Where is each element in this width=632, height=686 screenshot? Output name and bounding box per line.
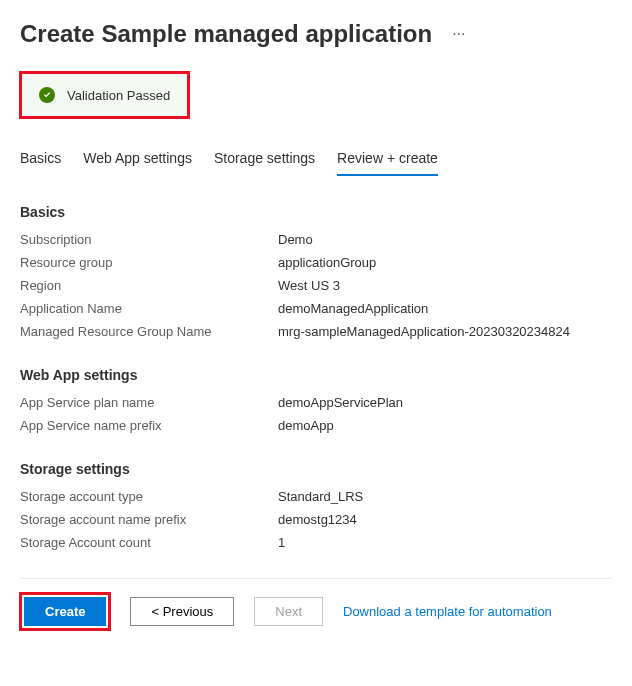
check-circle-icon [39, 87, 55, 103]
value: Demo [278, 232, 313, 247]
tabs: Basics Web App settings Storage settings… [20, 146, 612, 176]
row-storage-account-type: Storage account type Standard_LRS [20, 489, 612, 504]
tab-storage-settings[interactable]: Storage settings [214, 146, 315, 176]
section-title-webapp: Web App settings [20, 367, 612, 383]
page-title: Create Sample managed application [20, 20, 432, 48]
label: Region [20, 278, 278, 293]
label: Storage Account count [20, 535, 278, 550]
create-button-highlight: Create [20, 593, 110, 630]
label: Storage account type [20, 489, 278, 504]
create-button[interactable]: Create [24, 597, 106, 626]
row-managed-resource-group-name: Managed Resource Group Name mrg-sampleMa… [20, 324, 612, 339]
row-subscription: Subscription Demo [20, 232, 612, 247]
label: Storage account name prefix [20, 512, 278, 527]
value: demoApp [278, 418, 334, 433]
section-title-storage: Storage settings [20, 461, 612, 477]
label: Application Name [20, 301, 278, 316]
section-basics: Basics Subscription Demo Resource group … [20, 204, 612, 339]
value: mrg-sampleManagedApplication-20230320234… [278, 324, 570, 339]
validation-banner: Validation Passed [20, 72, 189, 118]
tab-review-create[interactable]: Review + create [337, 146, 438, 176]
row-region: Region West US 3 [20, 278, 612, 293]
value: 1 [278, 535, 285, 550]
footer: Create < Previous Next Download a templa… [20, 578, 612, 630]
value: demostg1234 [278, 512, 357, 527]
label: App Service name prefix [20, 418, 278, 433]
row-storage-account-count: Storage Account count 1 [20, 535, 612, 550]
section-webapp-settings: Web App settings App Service plan name d… [20, 367, 612, 433]
tab-basics[interactable]: Basics [20, 146, 61, 176]
previous-button[interactable]: < Previous [130, 597, 234, 626]
value: demoAppServicePlan [278, 395, 403, 410]
label: App Service plan name [20, 395, 278, 410]
label: Resource group [20, 255, 278, 270]
row-app-service-plan-name: App Service plan name demoAppServicePlan [20, 395, 612, 410]
validation-message: Validation Passed [67, 88, 170, 103]
label: Subscription [20, 232, 278, 247]
tab-webapp-settings[interactable]: Web App settings [83, 146, 192, 176]
value: Standard_LRS [278, 489, 363, 504]
row-app-service-name-prefix: App Service name prefix demoApp [20, 418, 612, 433]
value: demoManagedApplication [278, 301, 428, 316]
row-resource-group: Resource group applicationGroup [20, 255, 612, 270]
value: applicationGroup [278, 255, 376, 270]
value: West US 3 [278, 278, 340, 293]
section-storage-settings: Storage settings Storage account type St… [20, 461, 612, 550]
row-application-name: Application Name demoManagedApplication [20, 301, 612, 316]
download-template-link[interactable]: Download a template for automation [343, 604, 552, 619]
section-title-basics: Basics [20, 204, 612, 220]
more-icon[interactable]: ··· [448, 21, 469, 47]
row-storage-account-name-prefix: Storage account name prefix demostg1234 [20, 512, 612, 527]
page-header: Create Sample managed application ··· [20, 20, 612, 48]
next-button: Next [254, 597, 323, 626]
label: Managed Resource Group Name [20, 324, 278, 339]
